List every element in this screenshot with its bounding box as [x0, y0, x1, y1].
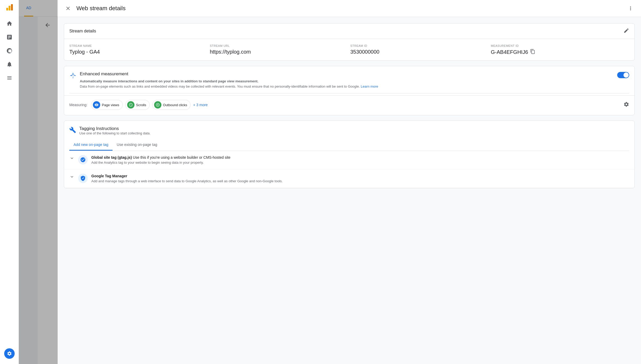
stream-name-label: STREAM NAME [69, 44, 208, 47]
enhanced-settings-gear[interactable] [623, 101, 629, 108]
learn-more-link[interactable]: Learn more [361, 84, 378, 88]
enhanced-text: Enhanced measurement Automatically measu… [80, 71, 614, 89]
tagging-instructions-card: Tagging Instructions Use one of the foll… [64, 121, 635, 188]
enhanced-description: Automatically measure interactions and c… [80, 77, 614, 89]
tagging-title: Tagging Instructions [79, 126, 150, 131]
global-site-tag-title: Global site tag (gtag.js) Use this if yo… [91, 155, 230, 160]
outbound-clicks-icon [154, 101, 161, 109]
stream-details-title: Stream details [69, 29, 96, 33]
panel-content: Stream details STREAM NAME Typlog - GA4 [58, 17, 641, 195]
gtm-text: Google Tag Manager Add and manage tags t… [91, 174, 283, 184]
edit-button[interactable] [623, 28, 629, 35]
panel-header: Web stream details [58, 0, 641, 17]
page-views-icon [93, 101, 100, 109]
tagging-tabs: Add new on-page tag Use existing on-page… [69, 139, 629, 151]
measuring-row: Measuring: Page views [64, 95, 634, 115]
stream-details-card: Stream details STREAM NAME Typlog - GA4 [64, 23, 635, 61]
enhanced-description-bold: Automatically measure interactions and c… [80, 79, 258, 83]
stream-url-label: STREAM URL [210, 44, 348, 47]
measurement-id-value: G-AB4EFGHIJ6 [491, 49, 528, 55]
sidebar-item-home[interactable] [3, 17, 16, 30]
gtm-title: Google Tag Manager [91, 174, 127, 178]
measurement-id-row: G-AB4EFGHIJ6 [491, 49, 629, 55]
global-site-tag-text: Global site tag (gtag.js) Use this if yo… [91, 155, 230, 165]
stream-url-value: https://typlog.com [210, 49, 348, 55]
sidebar-bottom [4, 346, 15, 361]
tab-use-existing-tag[interactable]: Use existing on-page tag [113, 139, 161, 151]
sidebar-item-advertising[interactable] [3, 58, 16, 71]
gtm-icon [78, 174, 88, 183]
enhanced-toggle-wrapper [617, 71, 629, 89]
measuring-label: Measuring: [69, 103, 87, 107]
analytics-logo[interactable] [5, 3, 14, 13]
stream-details-card-header: Stream details [64, 24, 634, 39]
settings-button[interactable] [4, 348, 15, 359]
panel-title: Web stream details [76, 5, 126, 12]
stream-name-value: Typlog - GA4 [69, 49, 208, 55]
enhanced-measurement-card: Enhanced measurement Automatically measu… [64, 66, 635, 115]
close-button[interactable] [64, 4, 72, 13]
svg-rect-1 [9, 6, 10, 10]
copy-measurement-id-button[interactable] [530, 49, 535, 55]
wrench-icon [69, 127, 76, 135]
gtm-option[interactable]: Google Tag Manager Add and manage tags t… [64, 169, 634, 188]
scrolls-chip[interactable]: Scrolls [125, 100, 150, 110]
measurement-id-label: MEASUREMENT ID [491, 44, 629, 47]
global-site-tag-description: Add the Analytics tag to your website to… [91, 160, 230, 165]
global-site-tag-subtitle: Use this if you're using a website build… [133, 155, 230, 160]
global-site-tag-option[interactable]: Global site tag (gtag.js) Use this if yo… [64, 151, 634, 169]
sidebar-item-reports[interactable] [3, 31, 16, 43]
scrolls-icon [127, 101, 134, 109]
gtm-chevron [69, 174, 75, 180]
panel-header-left: Web stream details [64, 4, 126, 13]
more-chips-link[interactable]: + 3 more [193, 103, 208, 107]
sparkle-icon [69, 71, 77, 89]
outbound-clicks-label: Outbound clicks [163, 103, 187, 107]
page-views-chip[interactable]: Page views [91, 100, 122, 110]
panel: Web stream details Stream details [58, 0, 641, 364]
stream-id-value: 3530000000 [350, 49, 489, 55]
stream-details-grid: STREAM NAME Typlog - GA4 STREAM URL http… [64, 39, 634, 60]
enhanced-header: Enhanced measurement Automatically measu… [64, 66, 634, 89]
scrolls-label: Scrolls [136, 103, 146, 107]
enhanced-description-text: Data from on-page elements such as links… [80, 84, 360, 88]
svg-rect-0 [6, 8, 8, 10]
toggle-track [617, 72, 629, 78]
sidebar-item-explore[interactable] [3, 44, 16, 57]
tab-use-existing-tag-label: Use existing on-page tag [117, 143, 157, 147]
enhanced-title: Enhanced measurement [80, 71, 614, 77]
svg-point-3 [157, 104, 158, 105]
outbound-clicks-chip[interactable]: Outbound clicks [152, 100, 191, 110]
svg-rect-2 [11, 4, 13, 10]
gtm-description: Add and manage tags through a web interf… [91, 179, 283, 184]
panel-overlay: Web stream details Stream details [19, 0, 641, 364]
enhanced-measurement-toggle[interactable] [617, 72, 629, 78]
global-site-tag-icon [78, 155, 88, 164]
tagging-title-group: Tagging Instructions Use one of the foll… [79, 126, 150, 135]
stream-url-field: STREAM URL https://typlog.com [210, 44, 348, 55]
stream-name-field: STREAM NAME Typlog - GA4 [69, 44, 208, 55]
tagging-subtitle: Use one of the following to start collec… [79, 131, 150, 135]
tab-add-new-tag-label: Add new on-page tag [74, 143, 108, 147]
sidebar-item-configure[interactable] [3, 72, 16, 84]
sidebar [0, 0, 19, 364]
tab-add-new-tag[interactable]: Add new on-page tag [69, 139, 113, 151]
tagging-card-header: Tagging Instructions Use one of the foll… [64, 121, 634, 135]
more-options-button[interactable] [626, 4, 635, 13]
global-site-tag-chevron [69, 156, 75, 162]
measurement-id-field: MEASUREMENT ID G-AB4EFGHIJ6 [491, 44, 629, 55]
main-area: AD Web stream details [19, 0, 641, 364]
stream-id-field: STREAM ID 3530000000 [350, 44, 489, 55]
stream-id-label: STREAM ID [350, 44, 489, 47]
page-views-label: Page views [102, 103, 119, 107]
